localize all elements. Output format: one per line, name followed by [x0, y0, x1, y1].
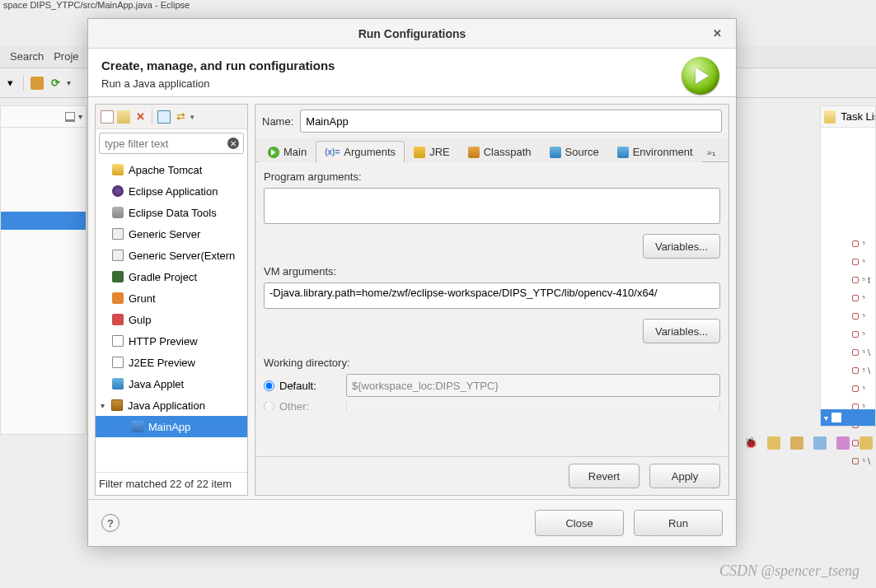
- package-icon[interactable]: [767, 436, 780, 450]
- database-icon: [112, 207, 124, 218]
- tree-item-j2ee-preview[interactable]: J2EE Preview: [96, 352, 247, 373]
- folder-icon[interactable]: [860, 436, 873, 450]
- type-icon[interactable]: [813, 436, 827, 450]
- main-tab-icon: [268, 147, 279, 158]
- grunt-icon: [112, 292, 124, 304]
- menu-project[interactable]: Proje: [54, 50, 78, 63]
- name-input[interactable]: [300, 110, 722, 133]
- tree-item-eclipse-app[interactable]: Eclipse Application: [96, 180, 247, 202]
- default-radio-input[interactable]: [264, 380, 274, 391]
- name-label: Name:: [262, 115, 293, 128]
- filter-icon[interactable]: ⇄: [174, 110, 187, 124]
- vm-args-input[interactable]: [264, 282, 720, 309]
- eclipse-titlebar: space DIPS_YTPC/src/MainApp.java - Eclip…: [0, 0, 876, 7]
- delete-config-icon[interactable]: ✕: [134, 110, 147, 124]
- tab-environment[interactable]: Environment: [608, 141, 702, 162]
- new-config-icon[interactable]: [101, 110, 114, 124]
- vm-args-variables-button[interactable]: Variables...: [643, 319, 720, 343]
- server-icon: [112, 228, 124, 240]
- run-button[interactable]: Run: [634, 510, 723, 536]
- duplicate-config-icon[interactable]: [117, 110, 130, 124]
- menu-search[interactable]: Search: [10, 50, 44, 63]
- tree-item-mainapp[interactable]: MainApp: [96, 416, 247, 437]
- task-list-label: Task Lis: [841, 110, 875, 123]
- tree-item-gulp[interactable]: Gulp: [96, 309, 247, 330]
- close-button[interactable]: Close: [535, 510, 624, 536]
- server-icon: [112, 250, 124, 261]
- dialog-titlebar[interactable]: Run Configurations ✕: [88, 19, 736, 49]
- classpath-tab-icon: [468, 147, 480, 158]
- program-args-label: Program arguments:: [264, 170, 720, 183]
- minimize-icon[interactable]: [65, 112, 75, 122]
- gulp-icon: [112, 314, 124, 325]
- outline-icon[interactable]: [836, 436, 850, 450]
- run-icon: [682, 57, 719, 95]
- dialog-header: Create, manage, and run configurations R…: [88, 49, 736, 97]
- config-details-pane: Name: Main (x)=Arguments JRE Classpath S…: [255, 104, 729, 496]
- bg-view-icons[interactable]: 🐞: [744, 436, 873, 450]
- task-items: ˢˢˢ tˢˢˢ ˢ \ˢ \ˢˢˢˢ \ˢ \: [850, 235, 875, 470]
- jre-tab-icon: [414, 147, 425, 158]
- config-footer-buttons: Revert Apply: [255, 456, 728, 495]
- tree-toolbar: ✕ ⇄ ▾: [96, 105, 247, 129]
- tab-jre[interactable]: JRE: [405, 141, 459, 162]
- lock-icon[interactable]: [790, 436, 803, 450]
- toolbar-dropdown[interactable]: ▾: [3, 77, 16, 90]
- filter-status: Filter matched 22 of 22 item: [96, 472, 247, 495]
- tab-main[interactable]: Main: [259, 141, 316, 162]
- dialog-footer: ? Close Run: [88, 499, 736, 546]
- tab-more[interactable]: »₁: [702, 144, 720, 161]
- run-configurations-dialog: Run Configurations ✕ Create, manage, and…: [87, 18, 737, 547]
- working-dir-default-input: [346, 374, 720, 397]
- arguments-tab-content: Program arguments: Variables... VM argum…: [255, 162, 728, 456]
- applet-icon: [112, 378, 124, 390]
- revert-button[interactable]: Revert: [569, 464, 639, 488]
- environment-tab-icon: [617, 147, 629, 158]
- config-tabs: Main (x)=Arguments JRE Classpath Source …: [255, 138, 728, 162]
- tab-classpath[interactable]: Classpath: [459, 141, 541, 162]
- tree-item-java-application[interactable]: Java Application: [96, 394, 247, 416]
- program-args-input[interactable]: [264, 188, 720, 224]
- working-dir-label: Working directory:: [264, 357, 720, 369]
- tree-item-tomcat[interactable]: Apache Tomcat: [96, 159, 247, 180]
- collapse-all-icon[interactable]: [157, 110, 171, 124]
- toolbar-sep: [152, 110, 152, 124]
- tree-item-generic-server-ext[interactable]: Generic Server(Extern: [96, 245, 247, 266]
- filter-clear-icon[interactable]: ✕: [227, 138, 239, 149]
- working-dir-other-input[interactable]: [346, 402, 720, 410]
- tree-item-gradle[interactable]: Gradle Project: [96, 266, 247, 287]
- tree-item-java-applet[interactable]: Java Applet: [96, 373, 247, 394]
- toolbar-sep: [23, 76, 24, 91]
- apply-button[interactable]: Apply: [649, 464, 720, 488]
- tree-item-generic-server[interactable]: Generic Server: [96, 223, 247, 245]
- source-tab-icon: [550, 147, 561, 158]
- tree-item-data-tools[interactable]: Eclipse Data Tools: [96, 202, 247, 223]
- bg-task-list-view[interactable]: Task Lis ˢˢˢ tˢˢˢ ˢ \ˢ \ˢˢˢˢ \ˢ \ ▾: [820, 105, 876, 427]
- other-radio-input[interactable]: [264, 402, 274, 410]
- java-main-icon: [132, 421, 143, 432]
- filter-input[interactable]: [99, 133, 244, 154]
- arguments-tab-icon: (x)=: [325, 147, 340, 156]
- dialog-header-title: Create, manage, and run configurations: [101, 58, 723, 72]
- task-active-row[interactable]: ▾: [821, 409, 875, 426]
- program-args-variables-button[interactable]: Variables...: [643, 234, 720, 259]
- bg-package-explorer[interactable]: ▾: [0, 105, 87, 435]
- config-tree[interactable]: Apache Tomcat Eclipse Application Eclips…: [96, 157, 247, 472]
- tree-item-http-preview[interactable]: HTTP Preview: [96, 330, 247, 352]
- tree-item-grunt[interactable]: Grunt: [96, 287, 247, 309]
- working-dir-default-radio[interactable]: Default:: [264, 380, 338, 392]
- tab-arguments[interactable]: (x)=Arguments: [316, 141, 405, 162]
- dialog-title: Run Configurations: [358, 27, 466, 40]
- help-icon[interactable]: ?: [101, 514, 119, 532]
- toolbar-refresh-icon[interactable]: ⟳: [49, 77, 62, 90]
- tomcat-icon: [112, 164, 124, 175]
- working-dir-other-radio[interactable]: Other:: [264, 402, 338, 410]
- java-app-icon: [111, 399, 123, 411]
- j2ee-icon: [112, 357, 124, 368]
- tab-source[interactable]: Source: [541, 141, 608, 162]
- http-icon: [112, 335, 124, 347]
- toolbar-pkg-icon[interactable]: [30, 77, 44, 90]
- close-icon[interactable]: ✕: [713, 27, 726, 40]
- bug-icon[interactable]: 🐞: [744, 436, 757, 450]
- bg-selected-row[interactable]: [1, 212, 86, 230]
